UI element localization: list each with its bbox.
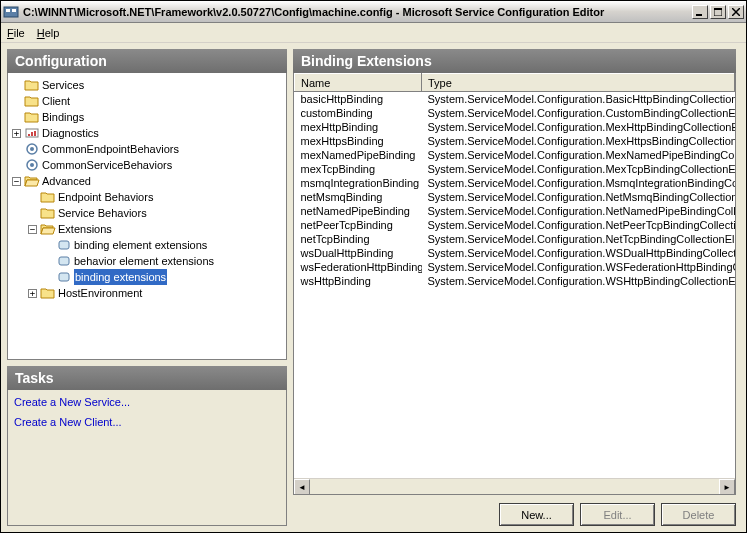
cell-type: System.ServiceModel.Configuration.WSHttp…	[422, 274, 735, 288]
tree-binding-ext[interactable]: binding extensions	[12, 269, 282, 285]
svg-rect-2	[12, 9, 16, 12]
svg-rect-18	[59, 273, 69, 281]
menu-file[interactable]: File	[7, 27, 25, 39]
item-icon	[56, 238, 72, 252]
tree-label: Service Behaviors	[58, 205, 147, 221]
task-new-service[interactable]: Create a New Service...	[14, 396, 280, 408]
cell-name: wsHttpBinding	[295, 274, 422, 288]
tree-client[interactable]: Client	[12, 93, 282, 109]
close-button[interactable]	[728, 5, 744, 19]
col-header-type[interactable]: Type	[422, 74, 735, 92]
item-icon	[56, 270, 72, 284]
cell-name: mexHttpBinding	[295, 120, 422, 134]
cell-name: netTcpBinding	[295, 232, 422, 246]
folder-icon	[24, 78, 40, 92]
toggle-icon[interactable]: −	[28, 225, 37, 234]
tree-advanced[interactable]: −Advanced	[12, 173, 282, 189]
cell-name: mexHttpsBinding	[295, 134, 422, 148]
folder-icon	[40, 286, 56, 300]
tree-label: Advanced	[42, 173, 91, 189]
tree-host-env[interactable]: +HostEnvironment	[12, 285, 282, 301]
table-row[interactable]: netTcpBindingSystem.ServiceModel.Configu…	[295, 232, 735, 246]
tree-endpoint-behaviors[interactable]: Endpoint Behaviors	[12, 189, 282, 205]
window-title: C:\WINNT\Microsoft.NET\Framework\v2.0.50…	[23, 6, 692, 18]
table-row[interactable]: mexHttpBindingSystem.ServiceModel.Config…	[295, 120, 735, 134]
new-button[interactable]: New...	[499, 503, 574, 526]
cell-type: System.ServiceModel.Configuration.MexTcp…	[422, 162, 735, 176]
cell-type: System.ServiceModel.Configuration.WSFede…	[422, 260, 735, 274]
toggle-icon[interactable]: +	[12, 129, 21, 138]
item-icon	[56, 254, 72, 268]
tasks-panel-header: Tasks	[7, 366, 287, 390]
folder-icon	[24, 94, 40, 108]
horizontal-scrollbar[interactable]: ◄ ►	[294, 478, 735, 494]
folder-icon	[40, 206, 56, 220]
task-new-client[interactable]: Create a New Client...	[14, 416, 280, 428]
edit-button[interactable]: Edit...	[580, 503, 655, 526]
table-row[interactable]: wsFederationHttpBindingSystem.ServiceMod…	[295, 260, 735, 274]
maximize-button[interactable]	[710, 5, 726, 19]
cell-name: mexTcpBinding	[295, 162, 422, 176]
tree-service-behaviors[interactable]: Service Behaviors	[12, 205, 282, 221]
extensions-table[interactable]: Name Type basicHttpBindingSystem.Service…	[294, 73, 735, 288]
cell-name: wsDualHttpBinding	[295, 246, 422, 260]
table-row[interactable]: wsHttpBindingSystem.ServiceModel.Configu…	[295, 274, 735, 288]
tree-common-service[interactable]: CommonServiceBehaviors	[12, 157, 282, 173]
tree-diagnostics[interactable]: +Diagnostics	[12, 125, 282, 141]
folder-icon	[40, 190, 56, 204]
table-row[interactable]: mexHttpsBindingSystem.ServiceModel.Confi…	[295, 134, 735, 148]
scroll-track[interactable]	[310, 479, 719, 494]
delete-button[interactable]: Delete	[661, 503, 736, 526]
table-header-row: Name Type	[295, 74, 735, 92]
cell-name: netPeerTcpBinding	[295, 218, 422, 232]
binding-ext-header: Binding Extensions	[293, 49, 736, 73]
folder-icon	[40, 222, 56, 236]
config-tree: ServicesClientBindings+DiagnosticsCommon…	[8, 73, 286, 305]
table-row[interactable]: basicHttpBindingSystem.ServiceModel.Conf…	[295, 92, 735, 106]
table-row[interactable]: netPeerTcpBindingSystem.ServiceModel.Con…	[295, 218, 735, 232]
toggle-icon[interactable]: +	[28, 289, 37, 298]
app-icon	[3, 4, 19, 20]
table-row[interactable]: customBindingSystem.ServiceModel.Configu…	[295, 106, 735, 120]
table-row[interactable]: mexTcpBindingSystem.ServiceModel.Configu…	[295, 162, 735, 176]
folder-icon	[24, 110, 40, 124]
table-row[interactable]: wsDualHttpBindingSystem.ServiceModel.Con…	[295, 246, 735, 260]
minimize-button[interactable]	[692, 5, 708, 19]
svg-rect-11	[34, 131, 36, 136]
tree-label: CommonServiceBehaviors	[42, 157, 172, 173]
tree-label: HostEnvironment	[58, 285, 142, 301]
table-row[interactable]: netNamedPipeBindingSystem.ServiceModel.C…	[295, 204, 735, 218]
cell-type: System.ServiceModel.Configuration.NetMsm…	[422, 190, 735, 204]
scroll-left-icon[interactable]: ◄	[294, 479, 310, 495]
item-icon	[24, 126, 40, 140]
table-row[interactable]: msmqIntegrationBindingSystem.ServiceMode…	[295, 176, 735, 190]
tree-services[interactable]: Services	[12, 77, 282, 93]
toggle-icon[interactable]: −	[12, 177, 21, 186]
tree-label: Diagnostics	[42, 125, 99, 141]
svg-point-15	[30, 163, 34, 167]
cell-name: msmqIntegrationBinding	[295, 176, 422, 190]
cell-type: System.ServiceModel.Configuration.NetNam…	[422, 204, 735, 218]
menu-help[interactable]: Help	[37, 27, 60, 39]
tree-bindings[interactable]: Bindings	[12, 109, 282, 125]
cell-type: System.ServiceModel.Configuration.MexHtt…	[422, 134, 735, 148]
scroll-right-icon[interactable]: ►	[719, 479, 735, 495]
tree-extensions[interactable]: −Extensions	[12, 221, 282, 237]
cell-type: System.ServiceModel.Configuration.NetTcp…	[422, 232, 735, 246]
cell-name: netMsmqBinding	[295, 190, 422, 204]
col-header-name[interactable]: Name	[295, 74, 422, 92]
cell-type: System.ServiceModel.Configuration.MexNam…	[422, 148, 735, 162]
cell-type: System.ServiceModel.Configuration.Custom…	[422, 106, 735, 120]
tree-binding-element-ext[interactable]: binding element extensions	[12, 237, 282, 253]
table-row[interactable]: netMsmqBindingSystem.ServiceModel.Config…	[295, 190, 735, 204]
svg-rect-1	[6, 9, 10, 12]
item-icon	[24, 158, 40, 172]
svg-point-13	[30, 147, 34, 151]
tree-label: Extensions	[58, 221, 112, 237]
tree-behavior-element-ext[interactable]: behavior element extensions	[12, 253, 282, 269]
table-row[interactable]: mexNamedPipeBindingSystem.ServiceModel.C…	[295, 148, 735, 162]
tree-label: binding extensions	[74, 269, 167, 285]
svg-rect-9	[28, 134, 30, 136]
cell-type: System.ServiceModel.Configuration.MexHtt…	[422, 120, 735, 134]
tree-common-endpoint[interactable]: CommonEndpointBehaviors	[12, 141, 282, 157]
